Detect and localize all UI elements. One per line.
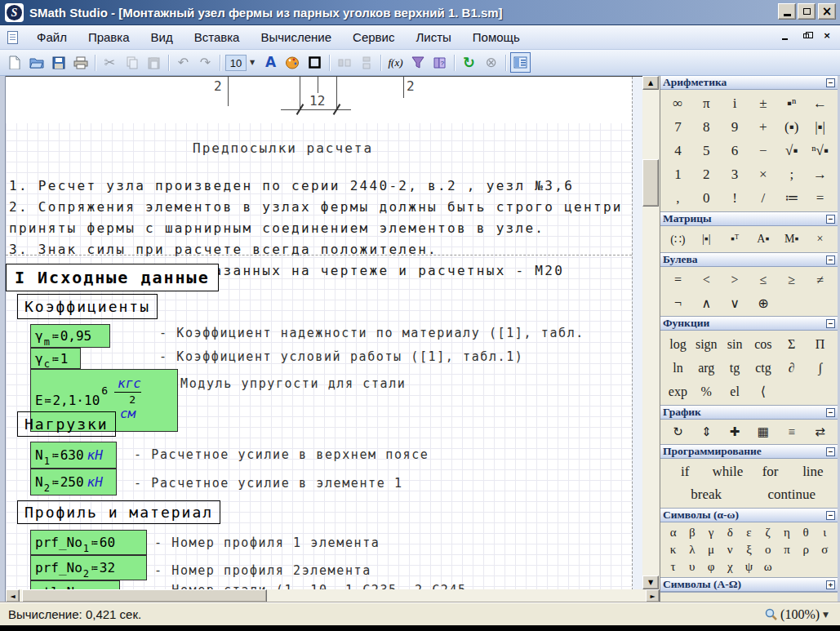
palette-button[interactable]: (▪)	[777, 115, 806, 139]
palette-button[interactable]: el	[721, 380, 749, 403]
panel-arithmetic-header[interactable]: Арифметика−	[660, 76, 838, 90]
panel-symbols-lower-header[interactable]: Символы (α-ω)−	[660, 509, 838, 522]
palette-button[interactable]: for	[749, 460, 792, 483]
scroll-left-icon[interactable]: ◄	[6, 589, 20, 602]
palette-button[interactable]: 2	[692, 162, 721, 186]
palette-button[interactable]: 9	[721, 115, 749, 139]
palette-button[interactable]: ;	[777, 162, 806, 186]
collapse-icon[interactable]: −	[826, 215, 835, 224]
scroll-right-icon[interactable]: ►	[646, 589, 660, 602]
palette-button[interactable]: τ	[664, 558, 682, 575]
palette-button[interactable]: ≤	[749, 269, 777, 291]
font-color-button[interactable]: A	[260, 52, 281, 73]
palette-button[interactable]: (∷)	[664, 228, 692, 251]
palette-button[interactable]: =	[806, 186, 834, 210]
copy-button[interactable]	[122, 52, 142, 73]
close-button[interactable]: ×	[818, 3, 836, 20]
palette-button[interactable]: γ	[701, 524, 720, 541]
palette-button[interactable]: υ	[682, 558, 701, 575]
description-text[interactable]: - Номер стали (1..10, 1 С235, 2 С245	[154, 583, 467, 589]
align-vertical-button[interactable]	[356, 52, 376, 73]
description-text[interactable]: - Номер профиля 1 элемента	[154, 535, 380, 550]
palette-button[interactable]: ι	[816, 524, 834, 541]
palette-button[interactable]: 3	[721, 162, 749, 186]
cut-button[interactable]: ✂	[100, 52, 120, 73]
chevron-down-icon[interactable]: ▼	[823, 611, 829, 619]
note-line[interactable]: приняты фермы с шарнирным соединением эл…	[9, 220, 544, 236]
palette-button[interactable]: ctg	[749, 356, 777, 380]
math-region-steel[interactable]: stl_No5	[30, 580, 120, 589]
math-region-profile-1[interactable]: prf_No1≔60	[30, 530, 147, 555]
palette-button[interactable]: μ	[701, 541, 720, 558]
vertical-scrollbar-thumb[interactable]	[642, 159, 659, 207]
font-size-combo[interactable]: 10 ▼	[225, 55, 258, 71]
palette-button[interactable]: ζ	[758, 524, 777, 541]
minimize-button[interactable]	[778, 3, 796, 20]
palette-button[interactable]: continue	[749, 483, 835, 506]
vertical-scrollbar[interactable]: ▲ ▼	[642, 76, 659, 589]
collapse-icon[interactable]: −	[826, 78, 835, 87]
scroll-down-icon[interactable]: ▼	[642, 575, 659, 589]
undo-button[interactable]: ↶	[173, 52, 193, 73]
horizontal-scrollbar-thumb[interactable]	[22, 589, 267, 602]
restore-button[interactable]	[798, 3, 816, 20]
palette-button[interactable]: 7	[664, 115, 692, 139]
palette-button[interactable]: √▪	[777, 139, 806, 162]
print-button[interactable]	[70, 52, 91, 73]
palette-button[interactable]: 5	[692, 139, 721, 162]
palette-button[interactable]: >	[721, 269, 749, 291]
palette-button[interactable]: η	[777, 524, 796, 541]
palette-button[interactable]: ψ	[740, 558, 758, 575]
palette-button[interactable]: ∫	[806, 356, 834, 380]
palette-button[interactable]: ≥	[777, 269, 806, 291]
menu-item-0[interactable]: Файл	[26, 27, 78, 47]
palette-button[interactable]: Σ	[777, 332, 806, 356]
note-line[interactable]: 2. Сопряжения элементов в узлах фермы до…	[9, 199, 623, 215]
palette-button[interactable]: %	[692, 380, 721, 403]
palette-button[interactable]: ←	[806, 91, 834, 115]
menu-item-4[interactable]: Вычисление	[250, 27, 342, 47]
note-line[interactable]: 1. Ресчет узла произведен по серии 2440-…	[9, 178, 574, 193]
paste-button[interactable]	[144, 52, 164, 73]
palette-button[interactable]: θ	[797, 524, 816, 541]
worksheet-heading[interactable]: Предпосылки расчета	[193, 140, 373, 156]
palette-button[interactable]: M▪	[777, 228, 806, 251]
description-text[interactable]: Модуль упругости для стали	[180, 376, 406, 391]
panel-matrices-header[interactable]: Матрицы−	[660, 212, 838, 226]
palette-button[interactable]: if	[664, 460, 706, 483]
menu-item-2[interactable]: Вид	[140, 27, 184, 47]
insert-function-button[interactable]: f(x)	[385, 52, 406, 73]
palette-button[interactable]: χ	[721, 558, 740, 575]
subsection-coefficients-box[interactable]: Коэффициенты	[17, 294, 158, 319]
palette-button[interactable]: line	[792, 460, 834, 483]
show-panels-button[interactable]	[510, 52, 531, 73]
scroll-up-icon[interactable]: ▲	[642, 76, 659, 90]
palette-button[interactable]: <	[692, 269, 721, 291]
expand-icon[interactable]: +	[826, 580, 835, 589]
palette-button[interactable]: −	[749, 139, 777, 162]
description-text[interactable]: - Коэффициент условий работы ([1], табл.…	[159, 349, 524, 364]
subsection-profile-box[interactable]: Профиль и материал	[17, 500, 220, 524]
palette-button[interactable]: ν	[721, 541, 740, 558]
palette-button[interactable]: ε	[740, 524, 758, 541]
palette-button[interactable]: 8	[692, 115, 721, 139]
palette-button[interactable]: ↻	[664, 421, 692, 442]
palette-button[interactable]: α	[664, 524, 682, 541]
description-text[interactable]: - Номер профиля 2элемента	[154, 563, 371, 578]
font-size-value[interactable]: 10	[225, 55, 247, 71]
palette-button[interactable]: ξ	[740, 541, 758, 558]
palette-button[interactable]: 0	[692, 186, 721, 210]
palette-button[interactable]: break	[664, 483, 749, 506]
palette-button[interactable]: 4	[664, 139, 692, 162]
palette-button[interactable]: π	[692, 91, 721, 115]
palette-button[interactable]: tg	[721, 356, 749, 380]
palette-button[interactable]: ⟨	[749, 380, 777, 403]
palette-button[interactable]: ⇄	[806, 421, 834, 442]
palette-button[interactable]: +	[749, 115, 777, 139]
border-button[interactable]	[304, 52, 325, 73]
mdi-minimize-button[interactable]	[778, 29, 791, 42]
open-file-button[interactable]	[26, 52, 47, 73]
palette-button[interactable]: δ	[721, 524, 740, 541]
palette-button[interactable]: Π	[806, 332, 834, 356]
panel-symbols-upper-header[interactable]: Символы (А-Ω)+	[660, 578, 838, 592]
